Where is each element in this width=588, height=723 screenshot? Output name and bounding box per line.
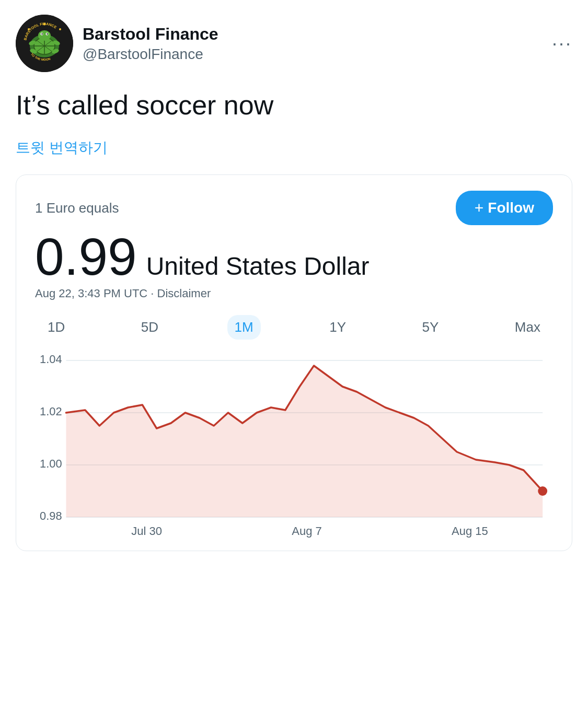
time-tab-1y[interactable]: 1Y [322,315,353,340]
time-tab-5y[interactable]: 5Y [415,315,446,340]
follow-label: Follow [488,200,534,216]
rate-currency: United States Dollar [146,252,370,281]
rate-meta: Aug 22, 3:43 PM UTC · Disclaimer [35,287,553,300]
tweet-container: BARSTOOL FINANCE TO THE MOON Barstool Fi… [0,0,588,562]
card-label: 1 Euro equals [35,200,119,216]
svg-point-7 [38,30,51,41]
svg-text:1.04: 1.04 [40,355,62,366]
translate-link[interactable]: 트윗 번역하기 [16,138,108,158]
rate-display: 0.99 United States Dollar [35,230,553,283]
svg-point-20 [43,23,46,26]
time-tabs: 1D5D1M1Y5YMax [35,315,553,340]
time-tab-5d[interactable]: 5D [134,315,166,340]
svg-text:0.98: 0.98 [40,509,62,522]
svg-text:1.02: 1.02 [40,405,62,418]
svg-point-18 [28,28,30,30]
tweet-user: BARSTOOL FINANCE TO THE MOON Barstool Fi… [16,15,218,72]
time-tab-1m[interactable]: 1M [227,315,261,340]
x-label: Jul 30 [131,524,162,538]
username[interactable]: @BarstoolFinance [83,46,218,63]
svg-point-10 [41,33,42,34]
currency-card: 1 Euro equals + Follow 0.99 United State… [16,174,572,551]
plus-icon: + [475,199,484,217]
x-labels: Jul 30Aug 7Aug 15 [66,524,553,538]
user-info: Barstool Finance @BarstoolFinance [83,25,218,63]
svg-point-11 [47,33,48,34]
chart-wrapper: 1.041.021.000.98 Jul 30Aug 7Aug 15 [35,350,553,538]
card-header: 1 Euro equals + Follow [35,191,553,225]
follow-button[interactable]: + Follow [456,191,553,225]
time-tab-max[interactable]: Max [508,315,548,340]
card-inner: 1 Euro equals + Follow 0.99 United State… [16,175,572,551]
more-icon[interactable]: ··· [552,32,572,54]
avatar[interactable]: BARSTOOL FINANCE TO THE MOON [16,15,73,72]
rate-number: 0.99 [35,230,137,283]
display-name[interactable]: Barstool Finance [83,25,218,44]
time-tab-1d[interactable]: 1D [40,315,72,340]
svg-point-30 [538,486,547,496]
svg-marker-29 [66,366,543,517]
chart-svg-container: 1.041.021.000.98 [35,355,553,522]
tweet-text: It’s called soccer now [16,87,572,123]
tweet-header: BARSTOOL FINANCE TO THE MOON Barstool Fi… [16,15,572,72]
x-label: Aug 7 [292,524,322,538]
svg-text:1.00: 1.00 [40,457,62,470]
svg-point-19 [59,28,61,30]
x-label: Aug 15 [452,524,488,538]
